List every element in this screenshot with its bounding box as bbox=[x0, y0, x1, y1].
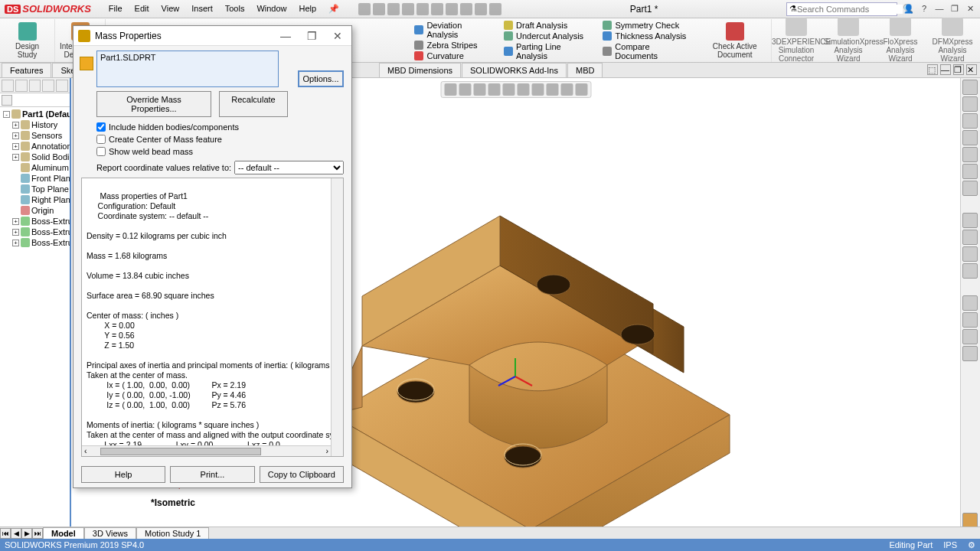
display-style-icon[interactable] bbox=[517, 83, 529, 96]
appearance-icon[interactable] bbox=[546, 83, 558, 96]
select-icon[interactable] bbox=[446, 3, 458, 15]
tree-top-plane[interactable]: Top Plane bbox=[2, 184, 68, 194]
curvature[interactable]: Curvature bbox=[414, 51, 495, 60]
tree-annotations[interactable]: +Annotations bbox=[2, 141, 68, 152]
user-icon[interactable]: 👤 bbox=[902, 4, 916, 15]
tp-dim-icon[interactable] bbox=[962, 230, 978, 245]
tp-view-palette-icon[interactable] bbox=[962, 130, 978, 145]
results-hscroll[interactable]: ‹› bbox=[82, 445, 331, 456]
dlg-maximize-icon[interactable]: ❐ bbox=[302, 30, 321, 42]
tp-design-lib-icon[interactable] bbox=[962, 96, 978, 112]
zebra-stripes[interactable]: Zebra Stripes bbox=[414, 41, 495, 50]
home-icon[interactable] bbox=[358, 3, 371, 15]
last-icon[interactable]: ⏭ bbox=[32, 528, 43, 539]
vp-expand-icon[interactable]: ⬚ bbox=[927, 64, 938, 75]
symmetry-check[interactable]: Symmetry Check bbox=[603, 21, 694, 30]
undercut-analysis[interactable]: Undercut Analysis bbox=[504, 31, 593, 41]
recalculate-button[interactable]: Recalculate bbox=[219, 91, 288, 117]
tab-3d-views[interactable]: 3D Views bbox=[84, 527, 136, 540]
save-icon[interactable] bbox=[402, 3, 414, 15]
tab-motion-study[interactable]: Motion Study 1 bbox=[136, 527, 209, 540]
tp-custom-props-icon[interactable] bbox=[962, 164, 978, 179]
restore-icon[interactable]: ❐ bbox=[948, 4, 962, 15]
tab-mbd[interactable]: MBD bbox=[567, 63, 603, 77]
tree-sensors[interactable]: +Sensors bbox=[2, 130, 68, 141]
menu-help[interactable]: Help bbox=[294, 2, 322, 16]
fm-tab-display-icon[interactable] bbox=[56, 80, 68, 92]
file-selection-box[interactable]: Part1.SLDPRT bbox=[96, 51, 279, 87]
rebuild-icon[interactable] bbox=[460, 3, 472, 15]
tree-material[interactable]: Aluminum Bro bbox=[2, 162, 68, 173]
tree-boss-extrude1[interactable]: +Boss-Extrude1 bbox=[2, 216, 68, 227]
dlg-close-icon[interactable]: ✕ bbox=[328, 30, 347, 42]
prev-view-icon[interactable] bbox=[473, 83, 485, 96]
chk-create-com[interactable]: Create Center of Mass feature bbox=[96, 135, 344, 144]
fm-tab-dim-icon[interactable] bbox=[42, 80, 54, 92]
draft-analysis[interactable]: Draft Analysis bbox=[504, 21, 593, 30]
dfmxpress-wizard[interactable]: DFMXpressAnalysis Wizard bbox=[928, 18, 977, 63]
floxpress-wizard[interactable]: FloXpressAnalysis Wizard bbox=[876, 18, 925, 63]
results-textbox[interactable]: Mass properties of Part1 Configuration: … bbox=[81, 178, 344, 457]
menu-view[interactable]: View bbox=[156, 2, 185, 16]
vp-restore-icon[interactable]: ❐ bbox=[953, 64, 964, 75]
tree-front-plane[interactable]: Front Plane bbox=[2, 173, 68, 184]
chk-include-hidden[interactable]: Include hidden bodies/components bbox=[96, 122, 344, 132]
simulationxpress-wizard[interactable]: SimulationXpressAnalysis Wizard bbox=[824, 18, 873, 63]
override-button[interactable]: Override Mass Properties... bbox=[96, 91, 211, 117]
tree-history[interactable]: +History bbox=[2, 119, 68, 130]
search-commands[interactable]: ⚗ 🔍 bbox=[786, 2, 897, 16]
tp-scale-icon[interactable] bbox=[962, 329, 978, 344]
menu-file[interactable]: File bbox=[103, 2, 128, 16]
zoom-area-icon[interactable] bbox=[459, 83, 471, 96]
tp-move-icon[interactable] bbox=[962, 312, 978, 328]
minimize-icon[interactable]: — bbox=[933, 4, 946, 15]
tree-origin[interactable]: Origin bbox=[2, 205, 68, 216]
fm-tab-prop-icon[interactable] bbox=[15, 80, 28, 92]
view-orient-icon[interactable] bbox=[502, 83, 514, 96]
vp-close-icon[interactable]: ✕ bbox=[966, 64, 977, 75]
menu-window[interactable]: Window bbox=[251, 2, 292, 16]
zoom-fit-icon[interactable] bbox=[444, 83, 456, 96]
next-icon[interactable]: ▶ bbox=[21, 528, 32, 539]
tree-boss-extrude2[interactable]: +Boss-Extrude2 bbox=[2, 227, 68, 237]
tab-model[interactable]: Model bbox=[43, 527, 84, 540]
scene-icon[interactable] bbox=[560, 83, 573, 96]
tab-mbd-dimensions[interactable]: MBD Dimensions bbox=[379, 63, 461, 77]
tp-appearances-icon[interactable] bbox=[962, 147, 978, 162]
deviation-analysis[interactable]: Deviation Analysis bbox=[414, 21, 495, 39]
print-button[interactable]: Print... bbox=[170, 466, 254, 483]
tp-note-icon[interactable] bbox=[962, 263, 978, 279]
copy-clipboard-button[interactable]: Copy to Clipboard bbox=[260, 466, 344, 483]
section-view-icon[interactable] bbox=[488, 83, 500, 96]
3dexperience-wizard[interactable]: 3DEXPERIENCESimulation Connector bbox=[772, 18, 821, 63]
dlg-minimize-icon[interactable]: — bbox=[276, 30, 295, 42]
tp-rotate-icon[interactable] bbox=[962, 295, 978, 311]
tp-file-explorer-icon[interactable] bbox=[962, 113, 978, 129]
prev-icon[interactable]: ◀ bbox=[11, 528, 21, 539]
tp-forum-icon[interactable] bbox=[962, 181, 978, 196]
feature-tree[interactable]: -Part1 (Default<< +History +Sensors +Ann… bbox=[0, 107, 70, 249]
tp-home-icon[interactable] bbox=[962, 80, 978, 95]
tree-root[interactable]: -Part1 (Default<< bbox=[2, 109, 68, 119]
compare-documents[interactable]: Compare Documents bbox=[603, 42, 694, 60]
help-icon[interactable]: ? bbox=[917, 4, 931, 15]
tab-solidworks-addins[interactable]: SOLIDWORKS Add-Ins bbox=[462, 63, 567, 77]
fm-filter-icon[interactable] bbox=[2, 95, 12, 106]
fm-tab-tree-icon[interactable] bbox=[2, 80, 14, 92]
tree-boss-extrude3[interactable]: +Boss-Extrude3 bbox=[2, 237, 68, 248]
first-icon[interactable]: ⏮ bbox=[0, 528, 11, 539]
view-settings-icon[interactable] bbox=[575, 83, 587, 96]
parting-line-analysis[interactable]: Parting Line Analysis bbox=[504, 42, 593, 60]
tab-features[interactable]: Features bbox=[2, 63, 51, 77]
chk-weld-bead[interactable]: Show weld bead mass bbox=[96, 147, 344, 156]
coordinate-system-select[interactable]: -- default -- bbox=[234, 161, 344, 174]
tp-snap-icon[interactable] bbox=[962, 346, 978, 361]
tree-solid-bodies[interactable]: +Solid Bodies( bbox=[2, 152, 68, 162]
search-input[interactable] bbox=[797, 5, 903, 14]
fm-tab-config-icon[interactable] bbox=[29, 80, 41, 92]
close-icon[interactable]: ✕ bbox=[963, 4, 977, 15]
design-study-button[interactable]: Design Study bbox=[0, 19, 55, 62]
tp-appearance-target-icon[interactable] bbox=[962, 513, 978, 528]
menu-edit[interactable]: Edit bbox=[129, 2, 155, 16]
tp-sketch-ink-icon[interactable] bbox=[962, 213, 978, 228]
